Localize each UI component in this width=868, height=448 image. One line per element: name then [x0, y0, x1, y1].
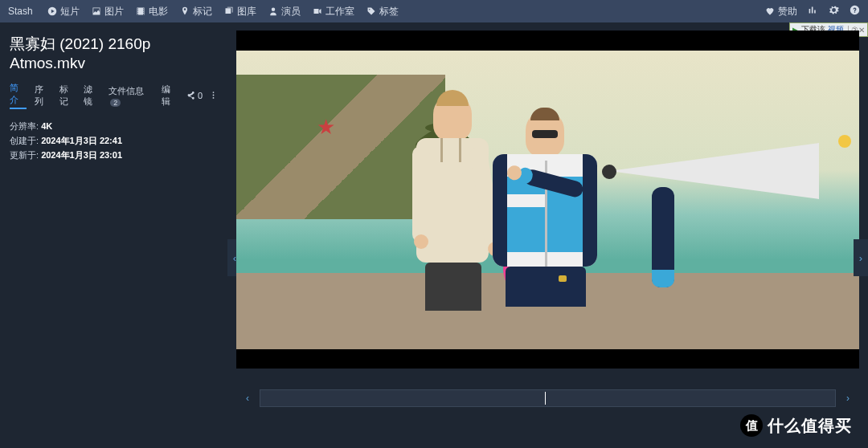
film-icon [136, 6, 145, 16]
image-icon [92, 6, 101, 16]
nav-tags[interactable]: 标签 [366, 5, 399, 18]
scrubber[interactable] [260, 389, 836, 407]
video-icon [313, 6, 322, 16]
playhead[interactable] [545, 392, 546, 405]
nav-markers[interactable]: 标记 [180, 5, 212, 18]
tab-queue[interactable]: 序列 [35, 83, 51, 108]
watermark-text: 什么值得买 [768, 415, 852, 437]
nav-images[interactable]: 图片 [92, 5, 124, 18]
svg-point-2 [213, 97, 215, 99]
resolution-row: 分辨率: 4K [10, 120, 218, 132]
nav-performers[interactable]: 演员 [268, 5, 301, 18]
stats-button[interactable] [808, 5, 818, 18]
video-wrap: ‹ ★ [227, 22, 868, 377]
navbar: Stash 短片 图片 电影 标记 图库 演员 工作室 [0, 0, 868, 22]
nav-studios[interactable]: 工作室 [313, 5, 354, 18]
nav-galleries[interactable]: 图库 [224, 5, 256, 18]
share-button[interactable]: 0 [186, 91, 203, 100]
nav-right: 赞助 [765, 5, 860, 18]
donate-button[interactable]: 赞助 [765, 5, 797, 18]
heart-icon [765, 6, 775, 16]
details-panel: 分辨率: 4K 创建于: 2024年1月3日 22:41 更新于: 2024年1… [10, 120, 218, 161]
tabs: 简介 序列 标记 滤镜 文件信息2 编辑 0 [10, 82, 218, 109]
video-still: ★ [236, 51, 859, 349]
gear-icon [829, 5, 839, 15]
nav-movies[interactable]: 电影 [136, 5, 168, 18]
settings-button[interactable] [829, 5, 839, 18]
tag-icon [366, 6, 376, 16]
tab-edit[interactable]: 编辑 [162, 83, 178, 108]
updated-row: 更新于: 2024年1月3日 23:01 [10, 149, 218, 161]
tab-file-info[interactable]: 文件信息2 [108, 85, 154, 107]
help-button[interactable] [850, 5, 860, 18]
share-icon [186, 92, 195, 100]
player-area: ‹ ★ [227, 22, 868, 448]
svg-point-0 [213, 92, 215, 93]
scene-title: 黑寡妇 (2021) 2160p Atmos.mkv [10, 34, 218, 72]
play-circle-icon [47, 6, 57, 16]
user-icon [268, 6, 278, 16]
nav-shorts[interactable]: 短片 [47, 5, 80, 18]
more-button[interactable] [209, 91, 218, 101]
svg-point-1 [213, 94, 215, 96]
pin-icon [180, 6, 190, 16]
video-frame[interactable]: ★ [236, 31, 859, 369]
content: 黑寡妇 (2021) 2160p Atmos.mkv 简介 序列 标记 滤镜 文… [0, 22, 868, 448]
question-icon [850, 5, 860, 15]
next-scene-button[interactable]: › [854, 239, 868, 276]
scrubber-row: ‹ › [227, 377, 868, 420]
nav-items: 短片 图片 电影 标记 图库 演员 工作室 标签 [47, 5, 399, 18]
tab-details[interactable]: 简介 [10, 82, 27, 109]
tab-filters[interactable]: 滤镜 [84, 83, 100, 108]
brand[interactable]: Stash [8, 6, 33, 17]
scrub-prev-button[interactable]: ‹ [242, 382, 253, 414]
created-row: 创建于: 2024年1月3日 22:41 [10, 135, 218, 147]
layers-icon [224, 6, 234, 16]
file-info-count: 2 [110, 99, 121, 107]
sidebar: 黑寡妇 (2021) 2160p Atmos.mkv 简介 序列 标记 滤镜 文… [0, 22, 227, 448]
chart-icon [808, 5, 818, 15]
watermark: 值 什么值得买 [740, 414, 852, 437]
scrub-next-button[interactable]: › [842, 382, 854, 414]
tab-markers[interactable]: 标记 [59, 83, 76, 108]
watermark-logo: 值 [740, 414, 763, 437]
dots-icon [209, 91, 218, 100]
